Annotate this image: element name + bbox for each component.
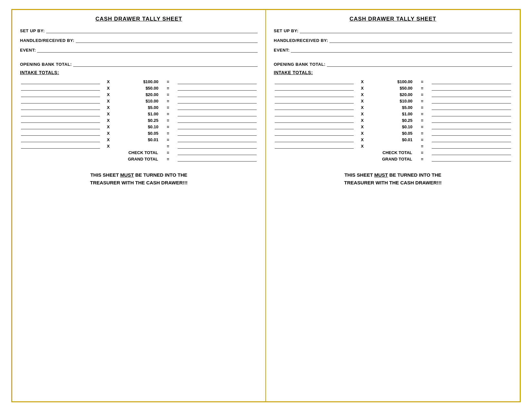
left-opening-bank-underline: [73, 62, 258, 67]
right-result-005: [432, 131, 511, 136]
right-result-100: [432, 79, 511, 84]
left-result-10: [178, 98, 257, 103]
right-result-025: [432, 118, 511, 123]
right-result-10: [432, 98, 511, 103]
right-tally-table: X $100.00 = X $50.00 = X: [274, 78, 512, 162]
right-event-label: EVENT:: [274, 48, 290, 53]
left-qty-005: [21, 131, 100, 136]
right-qty-001: [275, 137, 354, 142]
right-qty-025: [275, 118, 354, 123]
left-grand-total-label: GRAND TOTAL: [116, 156, 159, 162]
right-qty-5: [275, 105, 354, 110]
table-row: X $0.25 =: [274, 117, 512, 123]
right-qty-50: [275, 85, 354, 91]
left-setup-label: SET UP BY:: [20, 28, 45, 33]
right-grand-total-label: GRAND TOTAL: [370, 156, 413, 162]
right-event-line: EVENT:: [274, 47, 512, 53]
check-total-row: CHECK TOTAL =: [274, 149, 512, 156]
table-row: X $20.00 =: [274, 91, 512, 98]
left-result-20: [178, 92, 257, 97]
left-handled-underline: [76, 38, 258, 43]
right-handled-underline: [330, 38, 512, 43]
left-qty-025: [21, 118, 100, 123]
table-row: X $0.01 =: [274, 136, 512, 143]
right-panel: CASH DRAWER TALLY SHEET SET UP BY: HANDL…: [266, 10, 520, 401]
table-row: X $0.05 =: [274, 130, 512, 136]
right-footer-must: MUST: [374, 172, 388, 178]
left-qty-20: [21, 92, 100, 97]
left-footer-line1-post: BE TURNED INTO THE: [134, 172, 187, 178]
left-panel: CASH DRAWER TALLY SHEET SET UP BY: HANDL…: [12, 10, 266, 401]
left-result-001: [178, 137, 257, 142]
left-check-total-label: CHECK TOTAL: [116, 149, 159, 156]
table-row: X $0.05 =: [20, 130, 258, 136]
left-result-100: [178, 79, 257, 84]
table-row: X $0.10 =: [274, 123, 512, 130]
grand-total-row: GRAND TOTAL =: [274, 156, 512, 162]
left-result-blank: [178, 143, 257, 149]
left-qty-50: [21, 85, 100, 91]
right-qty-010: [275, 124, 354, 129]
left-opening-bank-line: OPENING BANK TOTAL:: [20, 62, 258, 67]
left-footer-line2: TREASURER WITH THE CASH DRAWER!!!: [90, 180, 187, 185]
table-row: X $50.00 =: [20, 85, 258, 91]
left-result-005: [178, 131, 257, 136]
table-row: X $1.00 =: [274, 111, 512, 117]
document-border: CASH DRAWER TALLY SHEET SET UP BY: HANDL…: [11, 9, 521, 402]
right-handled-label: HANDLED/RECEIVED BY:: [274, 38, 328, 43]
left-qty-1: [21, 111, 100, 116]
right-opening-bank-label: OPENING BANK TOTAL:: [274, 62, 326, 67]
right-result-1: [432, 111, 511, 116]
left-qty-001: [21, 137, 100, 142]
table-row: X $5.00 =: [20, 104, 258, 111]
left-grand-total-value: [178, 156, 257, 161]
left-opening-bank-label: OPENING BANK TOTAL:: [20, 62, 72, 67]
left-handled-line: HANDLED/RECEIVED BY:: [20, 38, 258, 43]
right-footer: THIS SHEET MUST BE TURNED INTO THE TREAS…: [274, 171, 512, 187]
right-qty-005: [275, 131, 354, 136]
right-setup-label: SET UP BY:: [274, 28, 299, 33]
table-row: X =: [20, 143, 258, 149]
right-result-blank: [432, 143, 511, 149]
grand-total-row: GRAND TOTAL =: [20, 156, 258, 162]
left-footer-must: MUST: [120, 172, 134, 178]
right-event-underline: [291, 47, 512, 53]
table-row: X $1.00 =: [20, 111, 258, 117]
left-tally-table: X $100.00 = X $50.00 =: [20, 78, 258, 162]
table-row: X $0.10 =: [20, 123, 258, 130]
left-check-total-value: [178, 150, 257, 155]
right-handled-line: HANDLED/RECEIVED BY:: [274, 38, 512, 43]
right-qty-blank: [275, 143, 354, 149]
right-footer-line1-pre: THIS SHEET: [344, 172, 374, 178]
table-row: X $100.00 =: [274, 78, 512, 85]
table-row: X $10.00 =: [20, 98, 258, 104]
right-footer-line2: TREASURER WITH THE CASH DRAWER!!!: [344, 180, 441, 185]
left-qty-10: [21, 98, 100, 103]
right-qty-20: [275, 92, 354, 97]
left-qty-010: [21, 124, 100, 129]
left-qty-blank: [21, 143, 100, 149]
left-qty-5: [21, 105, 100, 110]
right-qty-1: [275, 111, 354, 116]
check-total-row: CHECK TOTAL =: [20, 149, 258, 156]
left-setup-line: SET UP BY:: [20, 28, 258, 33]
right-qty-10: [275, 98, 354, 103]
table-row: X $0.01 =: [20, 136, 258, 143]
table-row: X $20.00 =: [20, 91, 258, 98]
right-footer-line1-post: BE TURNED INTO THE: [388, 172, 441, 178]
right-setup-underline: [300, 28, 512, 33]
table-row: X $100.00 =: [20, 78, 258, 85]
left-qty-100: [21, 79, 100, 84]
right-setup-line: SET UP BY:: [274, 28, 512, 33]
left-title: CASH DRAWER TALLY SHEET: [20, 16, 258, 22]
left-result-1: [178, 111, 257, 116]
table-row: X $10.00 =: [274, 98, 512, 104]
right-opening-bank-line: OPENING BANK TOTAL:: [274, 62, 512, 67]
left-footer-line1-pre: THIS SHEET: [90, 172, 120, 178]
left-footer: THIS SHEET MUST BE TURNED INTO THE TREAS…: [20, 171, 258, 187]
right-intake-title: INTAKE TOTALS:: [274, 70, 512, 75]
left-event-line: EVENT:: [20, 47, 258, 53]
left-event-label: EVENT:: [20, 48, 36, 53]
right-grand-total-value: [432, 156, 511, 161]
left-handled-label: HANDLED/RECEIVED BY:: [20, 38, 74, 43]
